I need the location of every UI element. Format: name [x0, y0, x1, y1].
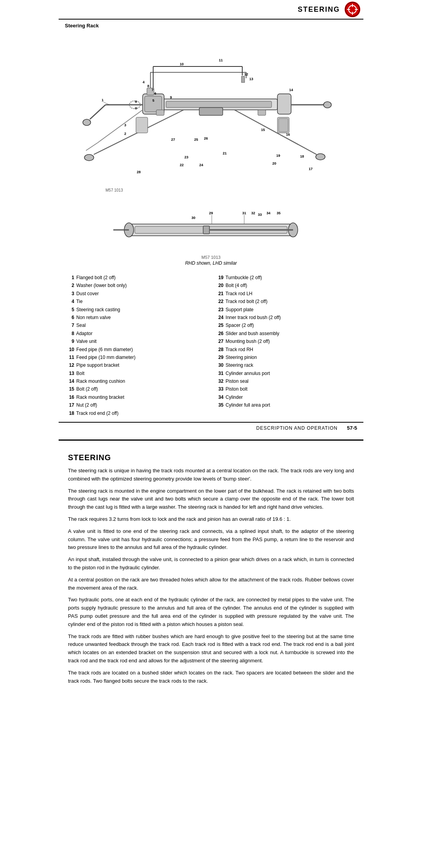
svg-text:1: 1: [102, 98, 104, 102]
list-item: 25 Spacer (2 off): [214, 321, 357, 329]
svg-text:11: 11: [219, 58, 223, 62]
list-item: 17 Nut (2 off): [65, 401, 208, 409]
footer-text: DESCRIPTION AND OPERATION: [256, 425, 338, 431]
diagram-svg-container: 1 2 3 4 5 6 7 8 9 10 11 12 13: [65, 33, 357, 255]
page-break: [59, 439, 363, 441]
list-item: 24 Inner track rod bush (2 off): [214, 314, 357, 321]
section2-title: STEERING: [68, 453, 354, 462]
svg-line-15: [90, 105, 106, 119]
list-item: 29 Steering pinion: [214, 353, 357, 361]
svg-text:27: 27: [171, 138, 175, 142]
svg-rect-69: [203, 226, 209, 234]
list-item: 33 Piston bolt: [214, 385, 357, 393]
list-item: 19 Turnbuckle (2 off): [214, 274, 357, 282]
svg-text:35: 35: [277, 211, 281, 215]
svg-text:21: 21: [223, 151, 227, 155]
list-item: 28 Track rod RH: [214, 346, 357, 353]
svg-text:18: 18: [300, 154, 304, 158]
list-item: 23 Support plate: [214, 306, 357, 314]
svg-text:23: 23: [184, 155, 188, 159]
svg-text:3: 3: [124, 123, 126, 127]
list-item: 22 Track rod bolt (2 off): [214, 298, 357, 305]
body-paragraph: The track rods are located on a bushed s…: [68, 669, 354, 685]
list-item: 12 Pipe support bracket: [65, 361, 208, 369]
svg-text:9: 9: [170, 95, 172, 99]
header-logo: [345, 2, 360, 17]
svg-rect-13: [277, 94, 291, 114]
svg-text:28: 28: [137, 170, 141, 174]
section2: STEERING The steering rack is unique in …: [59, 447, 363, 695]
list-item: 20 Bolt (4 off): [214, 282, 357, 289]
svg-text:31: 31: [242, 211, 246, 215]
list-item: 3 Dust cover: [65, 290, 208, 298]
list-item: 31 Cylinder annulus port: [214, 369, 357, 377]
svg-text:8: 8: [147, 84, 149, 88]
body-paragraph: Two hydraulic ports, one at each end of …: [68, 596, 354, 628]
list-item: 18 Track rod end (2 off): [65, 409, 208, 417]
svg-point-18: [324, 102, 331, 108]
diagram-caption: RHD shown, LHD similar: [65, 260, 357, 266]
body-paragraph: The track rods are fitted with rubber bu…: [68, 633, 354, 665]
list-item: 6 Non return valve: [65, 314, 208, 321]
svg-text:2: 2: [124, 132, 126, 136]
page-header: STEERING: [59, 0, 363, 20]
section-title: Steering Rack: [59, 20, 363, 30]
svg-text:17: 17: [309, 167, 313, 171]
list-item: 7 Seal: [65, 321, 208, 329]
svg-rect-63: [136, 117, 148, 133]
parts-col-left: 1 Flanged bolt (2 off)2 Washer (lower bo…: [65, 274, 208, 417]
svg-text:20: 20: [272, 161, 276, 165]
svg-line-20: [86, 143, 98, 151]
parts-col-right: 19 Turnbuckle (2 off)20 Bolt (4 off)21 T…: [214, 274, 357, 417]
svg-rect-27: [258, 110, 266, 115]
section2-body: The steering rack is unique in having th…: [68, 467, 354, 685]
svg-point-22: [84, 154, 94, 161]
diagram-area: 1 2 3 4 5 6 7 8 9 10 11 12 13: [59, 30, 363, 272]
body-paragraph: The steering rack is mounted in the engi…: [68, 487, 354, 511]
page-footer: DESCRIPTION AND OPERATION 57-5: [59, 422, 363, 433]
svg-text:30: 30: [191, 216, 195, 220]
header-title: STEERING: [298, 5, 340, 14]
svg-text:10: 10: [180, 62, 184, 66]
svg-text:34: 34: [266, 211, 270, 215]
svg-line-23: [234, 110, 316, 154]
svg-text:22: 22: [180, 163, 184, 167]
svg-text:14: 14: [289, 88, 293, 92]
svg-text:15: 15: [261, 128, 265, 132]
svg-text:33: 33: [258, 213, 262, 217]
svg-text:24: 24: [199, 163, 203, 167]
parts-list: 1 Flanged bolt (2 off)2 Washer (lower bo…: [59, 272, 363, 420]
list-item: 21 Track rod LH: [214, 290, 357, 298]
svg-rect-26: [156, 110, 164, 115]
svg-point-28: [135, 107, 137, 109]
list-item: 14 Rack mounting cushion: [65, 377, 208, 385]
body-paragraph: A valve unit is fitted to one end of the…: [68, 527, 354, 552]
list-item: 10 Feed pipe (6 mm diameter): [65, 346, 208, 353]
list-item: 35 Cylinder full area port: [214, 401, 357, 409]
list-item: 1 Flanged bolt (2 off): [65, 274, 208, 282]
svg-text:4: 4: [143, 80, 145, 84]
list-item: 2 Washer (lower bolt only): [65, 282, 208, 289]
body-paragraph: At a central position on the rack are tw…: [68, 576, 354, 592]
svg-rect-62: [279, 118, 288, 132]
svg-text:29: 29: [209, 211, 213, 215]
svg-text:6: 6: [154, 91, 156, 95]
list-item: 11 Feed pipe (10 mm diameter): [65, 353, 208, 361]
svg-text:32: 32: [251, 211, 255, 215]
svg-rect-25: [199, 108, 223, 115]
footer-page: 57-5: [347, 425, 357, 431]
list-item: 34 Cylinder: [214, 393, 357, 401]
svg-text:19: 19: [276, 154, 280, 158]
list-item: 26 Slider and bush assembly: [214, 330, 357, 337]
list-item: 32 Piston seal: [214, 377, 357, 385]
list-item: 8 Adaptor: [65, 330, 208, 337]
list-item: 13 Bolt: [65, 369, 208, 377]
svg-text:25: 25: [194, 138, 198, 142]
diagram-ref: M57 1013: [65, 255, 357, 260]
list-item: 9 Valve unit: [65, 337, 208, 345]
body-paragraph: The steering rack is unique in having th…: [68, 467, 354, 483]
svg-point-16: [83, 119, 91, 126]
list-item: 16 Rack mounting bracket: [65, 393, 208, 401]
list-item: 27 Mounting bush (2 off): [214, 337, 357, 345]
list-item: 5 Steering rack casting: [65, 306, 208, 314]
